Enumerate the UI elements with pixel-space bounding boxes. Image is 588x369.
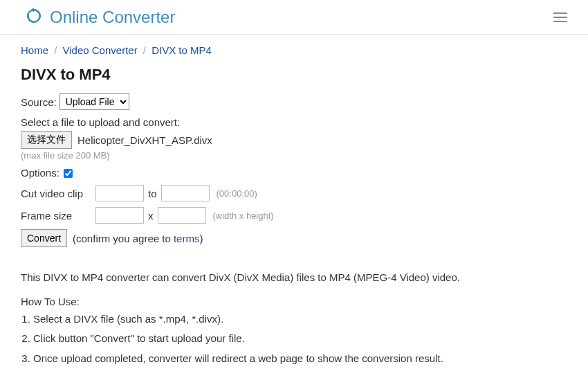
logo-area[interactable]: Online Converter	[25, 7, 175, 27]
frame-size-label: Frame size	[21, 210, 95, 222]
breadcrumb-sep: /	[54, 44, 57, 56]
breadcrumb-sep: /	[143, 44, 146, 56]
cut-to-label: to	[148, 188, 157, 199]
terms-link[interactable]: terms	[174, 233, 200, 244]
cut-video-label: Cut video clip	[21, 188, 95, 199]
selected-file-name: Helicopter_DivXHT_ASP.divx	[77, 134, 212, 146]
convert-button[interactable]: Convert	[21, 229, 67, 247]
breadcrumb-video-converter[interactable]: Video Converter	[63, 44, 138, 56]
frame-hint: (width x height)	[213, 210, 274, 221]
cut-start-input[interactable]	[95, 185, 144, 201]
frame-x-label: x	[148, 210, 154, 222]
breadcrumb: Home / Video Converter / DIVX to MP4	[0, 35, 588, 56]
header: Online Converter	[0, 0, 588, 35]
refresh-icon	[25, 7, 43, 27]
cut-end-input[interactable]	[161, 185, 210, 201]
select-file-label: Select a file to upload and convert:	[21, 116, 180, 128]
agree-text: (confirm you agree to terms)	[73, 233, 203, 244]
choose-file-button[interactable]: 选择文件	[21, 131, 72, 149]
converter-form: Source: Upload File Select a file to upl…	[0, 88, 588, 247]
site-title: Online Converter	[50, 8, 175, 27]
options-checkbox[interactable]	[64, 169, 73, 178]
howto-step: Click button "Convert" to start upload y…	[33, 331, 567, 347]
menu-icon[interactable]	[549, 8, 571, 26]
howto-step: Once upload completed, converter will re…	[33, 351, 567, 367]
howto-title: How To Use:	[0, 286, 588, 307]
cut-hint: (00:00:00)	[217, 188, 257, 199]
howto-list: Select a DIVX file (such as *.mp4, *.div…	[0, 307, 588, 370]
breadcrumb-divx-to-mp4[interactable]: DIVX to MP4	[151, 44, 212, 56]
max-size-hint: (max file size 200 MB)	[21, 150, 110, 161]
options-label: Options:	[21, 167, 59, 179]
description-text: This DIVX to MP4 converter can convert D…	[0, 253, 588, 286]
source-select[interactable]: Upload File	[59, 93, 129, 110]
page-title: DIVX to MP4	[0, 56, 588, 88]
source-label: Source:	[21, 96, 57, 108]
breadcrumb-home[interactable]: Home	[21, 44, 48, 56]
frame-width-input[interactable]	[95, 207, 144, 224]
howto-step: Select a DIVX file (such as *.mp4, *.div…	[33, 312, 567, 327]
frame-height-input[interactable]	[158, 207, 206, 224]
